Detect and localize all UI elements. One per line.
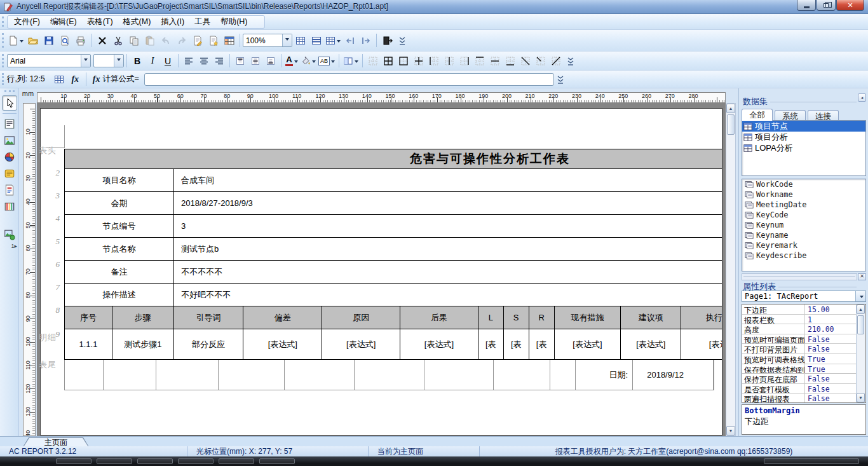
- insert-barcode-button[interactable]: [2, 199, 17, 214]
- valign-top-button[interactable]: [233, 53, 248, 68]
- font-name-combo[interactable]: Arial: [7, 54, 91, 67]
- toolbar-grip[interactable]: [2, 73, 4, 85]
- property-value[interactable]: True: [805, 364, 856, 374]
- grid-footer-cell[interactable]: [355, 360, 424, 390]
- property-value[interactable]: False: [805, 344, 856, 353]
- border-all-button[interactable]: [381, 53, 396, 68]
- menu-item[interactable]: 工具: [189, 15, 215, 29]
- info-value-cell[interactable]: 2018/8/27-2018/9/3: [174, 192, 722, 214]
- grid-footer-cell[interactable]: [550, 360, 576, 390]
- align-center-button[interactable]: [196, 53, 212, 68]
- copy-button[interactable]: [126, 32, 142, 48]
- insert-image-button[interactable]: [2, 133, 17, 148]
- bold-button[interactable]: B: [130, 53, 145, 68]
- grid-footer-cell[interactable]: 2018/9/12: [633, 360, 714, 390]
- panel-splitter[interactable]: ✕: [742, 273, 866, 280]
- border-top-button[interactable]: [472, 53, 487, 68]
- grid-detail-cell[interactable]: [表达式]: [243, 329, 322, 359]
- minimize-button[interactable]: [797, 0, 816, 11]
- grid-detail-cell[interactable]: [表达: [681, 329, 722, 359]
- toolbar-overflow-button[interactable]: [398, 33, 406, 48]
- grid-detail-cell[interactable]: [表达式]: [555, 329, 621, 359]
- dataset-item[interactable]: 项目分析: [742, 132, 865, 142]
- splitter-close-button[interactable]: ✕: [858, 273, 866, 280]
- insert-textbox-button[interactable]: [2, 116, 17, 132]
- grid-header-cell[interactable]: 现有措施: [555, 306, 621, 329]
- align-left-button[interactable]: [181, 53, 196, 68]
- border-vertical-center-button[interactable]: [442, 53, 457, 68]
- info-label-cell[interactable]: 会期: [65, 192, 174, 214]
- toolbox-expander[interactable]: 1▸: [11, 243, 17, 249]
- menu-item[interactable]: 格式(M): [118, 15, 156, 29]
- field-item[interactable]: Keynum: [742, 220, 865, 230]
- text-direction-button[interactable]: AB: [317, 53, 336, 68]
- grid-header-cell[interactable]: 建议项: [621, 306, 681, 329]
- grid-header-cell[interactable]: 序号: [65, 306, 112, 329]
- menu-item[interactable]: 表格(T): [82, 15, 118, 29]
- canvas-vertical-scrollbar[interactable]: ▲ ▼: [726, 103, 736, 436]
- panel-collapse-button[interactable]: ◂: [858, 93, 866, 102]
- menu-item[interactable]: 文件(F): [9, 15, 45, 29]
- property-value[interactable]: False: [805, 334, 856, 344]
- insert-label-button[interactable]: [2, 166, 17, 181]
- property-row[interactable]: 保存数据表结构到 True: [742, 364, 856, 374]
- property-row[interactable]: 预览时可编辑页面 False: [742, 334, 856, 345]
- scroll-up-arrow[interactable]: ▲: [726, 104, 735, 113]
- property-value[interactable]: 210.00: [805, 324, 856, 334]
- grid-detail-cell[interactable]: [表: [529, 329, 555, 359]
- menu-item[interactable]: 插入(I): [156, 15, 189, 29]
- toolbar-overflow-button[interactable]: [566, 53, 574, 69]
- menu-item[interactable]: 编辑(E): [45, 15, 82, 29]
- insert-chart-button[interactable]: [2, 149, 17, 165]
- property-value[interactable]: 15.00: [805, 305, 856, 314]
- insert-column-left-button[interactable]: [342, 32, 358, 48]
- dataset-item[interactable]: LOPA分析: [742, 142, 865, 153]
- info-value-cell[interactable]: 合成车间: [174, 169, 722, 191]
- report-title-cell[interactable]: 危害与可操作性分析工作表: [64, 149, 722, 169]
- border-right-button[interactable]: [457, 53, 472, 68]
- fill-color-button[interactable]: [299, 53, 317, 68]
- property-row[interactable]: 不打印背景图片 False: [742, 344, 856, 354]
- merge-cells-button[interactable]: [342, 53, 360, 68]
- grid-header-cell[interactable]: 偏差: [243, 306, 322, 329]
- insert-subreport-button[interactable]: [2, 182, 17, 198]
- field-item[interactable]: Keyname: [742, 230, 865, 240]
- grid-footer-cell[interactable]: [104, 360, 156, 390]
- grid-footer-cell[interactable]: [285, 360, 355, 390]
- field-item[interactable]: Workname: [742, 189, 865, 200]
- info-value-cell[interactable]: 不好吧不不不: [174, 284, 722, 306]
- property-value[interactable]: True: [805, 354, 856, 364]
- grid-detail-cell[interactable]: 1.1.1: [65, 329, 112, 359]
- info-label-cell[interactable]: 备注: [65, 261, 174, 283]
- undo-button[interactable]: [158, 32, 173, 48]
- info-value-cell[interactable]: 不不不不不: [174, 261, 722, 283]
- cut-button[interactable]: [110, 32, 126, 48]
- italic-button[interactable]: I: [145, 53, 160, 68]
- dataset-tab[interactable]: 全部: [742, 109, 773, 121]
- close-button[interactable]: ✕: [836, 0, 864, 11]
- object-selector-dropdown[interactable]: [855, 291, 865, 301]
- underline-button[interactable]: U: [160, 53, 175, 68]
- grid-header-cell[interactable]: 原因: [322, 306, 400, 329]
- splitter-track[interactable]: [742, 273, 857, 280]
- grid-header-cell[interactable]: 步骤: [112, 306, 174, 329]
- cell-formula-button[interactable]: fx: [67, 71, 83, 87]
- property-row[interactable]: 高度 210.00: [742, 324, 856, 334]
- paste-button[interactable]: [142, 32, 158, 48]
- border-diagonal-down-button[interactable]: [518, 53, 533, 68]
- field-item[interactable]: KeyCode: [742, 210, 865, 220]
- property-row[interactable]: 保持页尾在底部 False: [742, 374, 856, 384]
- new-button[interactable]: [7, 32, 25, 48]
- table-menu-button[interactable]: [324, 32, 342, 48]
- property-row[interactable]: 报表栏数 1: [742, 315, 856, 325]
- grid-header-cell[interactable]: S: [504, 306, 529, 329]
- field-item[interactable]: WorkCode: [742, 179, 865, 189]
- exit-button[interactable]: [379, 32, 395, 48]
- open-button[interactable]: [25, 32, 41, 48]
- grid-footer-cell[interactable]: [219, 360, 285, 390]
- grid-detail-cell[interactable]: 部分反应: [174, 329, 244, 359]
- grid-detail-cell[interactable]: [表: [478, 329, 504, 359]
- delete-button[interactable]: [94, 32, 110, 48]
- grid-detail-cell[interactable]: 测试步骤1: [112, 329, 174, 359]
- grid-header-cell[interactable]: R: [529, 306, 555, 329]
